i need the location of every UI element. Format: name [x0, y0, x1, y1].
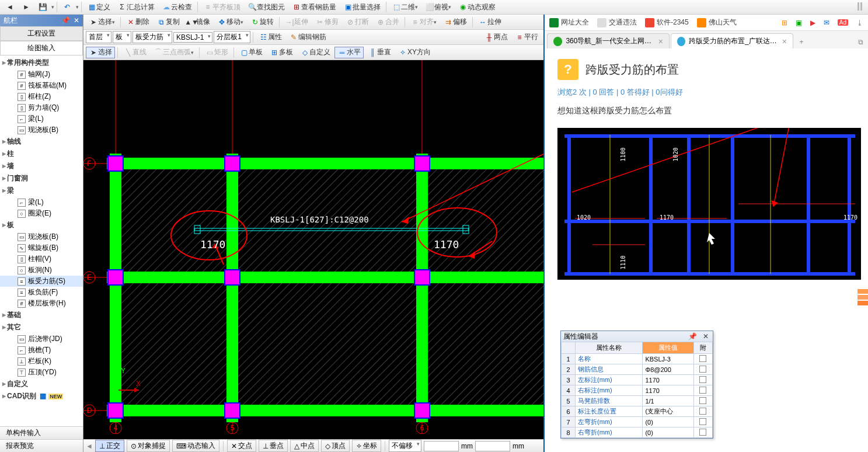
- prop-apply-cell[interactable]: [693, 396, 712, 406]
- tree-item[interactable]: ▯框柱(Z): [0, 91, 83, 102]
- prop-row[interactable]: 1名称KBSLJ-3: [562, 354, 713, 364]
- tree-item[interactable]: ▭后浇带(JD): [0, 333, 83, 345]
- flattop-button[interactable]: ≡平齐板顶: [200, 1, 243, 13]
- property-editor[interactable]: 属性编辑器 📌 ✕ 属性名称 属性值 附 1名称KBSLJ-32钢筋信息Φ8@2…: [560, 331, 713, 439]
- vtab-3[interactable]: 咨: [857, 301, 868, 305]
- snap-toggle[interactable]: ⊙对象捕捉: [127, 440, 170, 452]
- prop-titlebar[interactable]: 属性编辑器 📌 ✕: [561, 331, 713, 342]
- tab-close-icon[interactable]: ×: [658, 37, 663, 46]
- comp-dropdown[interactable]: 板: [113, 31, 131, 43]
- single-button[interactable]: ▢单板: [236, 47, 266, 58]
- tree-item[interactable]: #筏板基础(M): [0, 80, 83, 91]
- dropdown-arrow-icon[interactable]: ▾: [51, 4, 54, 10]
- proj-settings-section[interactable]: 工程设置: [0, 26, 83, 41]
- mirror-button[interactable]: ▲▼镜像: [184, 16, 213, 28]
- prop-value-cell[interactable]: 1170: [643, 385, 693, 396]
- coord-toggle[interactable]: ✧坐标: [352, 440, 381, 452]
- offset-mode-dropdown[interactable]: 不偏移: [389, 440, 421, 452]
- scroll-left-icon[interactable]: ◄: [86, 442, 93, 450]
- tree-item[interactable]: ⊥栏板(K): [0, 356, 83, 367]
- back-button[interactable]: ◄: [2, 1, 18, 13]
- vtab-1[interactable]: 喜: [857, 289, 868, 294]
- checkbox-icon[interactable]: [699, 355, 706, 362]
- prop-value-cell[interactable]: 1170: [643, 375, 693, 385]
- tree-item[interactable]: ▯剪力墙(Q): [0, 102, 83, 113]
- pin-icon[interactable]: 📌: [686, 332, 699, 340]
- sumcalc-button[interactable]: Σ汇总计算: [114, 1, 158, 13]
- checkbox-icon[interactable]: [699, 376, 706, 383]
- viewrebar-button[interactable]: ⊞查看钢筋量: [289, 1, 339, 13]
- vert-button[interactable]: ║垂直: [365, 47, 394, 58]
- intersect-toggle[interactable]: ✕交点: [227, 440, 256, 452]
- cloudcheck-button[interactable]: ☁云检查: [159, 1, 195, 13]
- tree-item[interactable]: ⊤压顶(YD): [0, 367, 83, 378]
- layerboard-dropdown[interactable]: 分层板1: [214, 31, 250, 43]
- tab-overflow-icon[interactable]: ⧉: [856, 36, 866, 48]
- tree-category[interactable]: ▸门窗洞: [0, 172, 83, 185]
- custom-button[interactable]: ◇自定义: [297, 47, 333, 58]
- prop-value-cell[interactable]: (0): [643, 417, 693, 427]
- bookmark-item[interactable]: 佛山天气: [697, 18, 737, 27]
- prop-value-cell[interactable]: (支座中心: [643, 406, 693, 417]
- browser-tab[interactable]: 跨版受力筋的布置_广联达服务新×: [671, 33, 793, 48]
- dropdown-arrow-icon[interactable]: ▾: [76, 4, 79, 10]
- delete-button[interactable]: ✕删除: [123, 16, 152, 28]
- save-button[interactable]: 💾: [35, 1, 50, 13]
- mid-toggle[interactable]: △中点: [290, 440, 319, 452]
- line-button[interactable]: ╲直线: [120, 47, 149, 58]
- prop-value-cell[interactable]: KBSLJ-3: [643, 354, 693, 364]
- stretch-button[interactable]: ↔拉伸: [475, 16, 504, 28]
- adblock-icon[interactable]: Ad: [838, 19, 848, 26]
- tree-item[interactable]: ⌐挑檐(T): [0, 345, 83, 356]
- download-icon[interactable]: ⭳: [856, 19, 863, 27]
- perspective-button[interactable]: ⬜俯视▾: [422, 1, 454, 13]
- align-button[interactable]: ≡对齐▾: [407, 16, 440, 28]
- checkbox-icon[interactable]: [699, 387, 706, 394]
- checkbox-icon[interactable]: [699, 397, 706, 404]
- editrebar-button[interactable]: ✎编辑钢筋: [286, 32, 329, 43]
- viewgraph-button[interactable]: 🔍查找图元: [245, 1, 288, 13]
- prop-apply-cell[interactable]: [693, 406, 712, 417]
- rebar-dropdown[interactable]: 板受力筋: [133, 31, 172, 43]
- dyninput-toggle[interactable]: ⌨动态输入: [172, 440, 219, 452]
- batchsel-button[interactable]: ▣批量选择: [340, 1, 384, 13]
- checkbox-icon[interactable]: [699, 429, 706, 436]
- trim-button[interactable]: ✂修剪: [312, 16, 341, 28]
- rect-button[interactable]: ▭矩形: [202, 47, 231, 58]
- tree-category[interactable]: ▸自定义: [0, 378, 83, 390]
- draw-input-section[interactable]: 绘图输入: [0, 41, 83, 55]
- break-button[interactable]: ⊘打断: [343, 16, 372, 28]
- cad-viewport[interactable]: F E D 4 5 6: [83, 60, 543, 439]
- prop-row[interactable]: 2钢筋信息Φ8@200: [562, 364, 713, 375]
- select-button[interactable]: ➤选择▾: [86, 16, 118, 28]
- tree-category[interactable]: ▸常用构件类型: [0, 57, 83, 69]
- foot-toggle[interactable]: ⊥垂点: [259, 440, 288, 452]
- horiz-button[interactable]: ═水平: [334, 47, 364, 58]
- prop-row[interactable]: 4右标注(mm)1170: [562, 385, 713, 396]
- merge-button[interactable]: ⊕合并: [373, 16, 402, 28]
- prop-apply-cell[interactable]: [693, 427, 712, 438]
- select-button2[interactable]: ➤选择: [86, 47, 115, 58]
- ext-icon[interactable]: ✉: [824, 19, 829, 27]
- prop-row[interactable]: 8右弯折(mm)(0): [562, 427, 713, 438]
- checkbox-icon[interactable]: [699, 366, 706, 373]
- pin-icon[interactable]: 📌: [61, 16, 70, 25]
- ortho-toggle[interactable]: ⊥正交: [95, 440, 124, 452]
- tree-item[interactable]: ∿螺旋板(B): [0, 242, 83, 253]
- prop-apply-cell[interactable]: [693, 354, 712, 364]
- tree-category[interactable]: ▸柱: [0, 148, 83, 160]
- arc-button[interactable]: ⌒三点画弧▾: [151, 47, 197, 58]
- twopoint-button[interactable]: ╫两点: [482, 32, 511, 43]
- ext-icon[interactable]: ▣: [796, 19, 802, 27]
- prop-row[interactable]: 6标注长度位置(支座中心: [562, 406, 713, 417]
- tree-item[interactable]: ▭现浇板(B): [0, 124, 83, 135]
- tree-item[interactable]: ▭现浇板(B): [0, 231, 83, 242]
- 2d-button[interactable]: ⬚二维▾: [389, 1, 421, 13]
- floor-dropdown[interactable]: 首层: [86, 31, 111, 43]
- tree-item[interactable]: #楼层板带(H): [0, 298, 83, 309]
- tree-category[interactable]: ▸墙: [0, 160, 83, 172]
- tree-category[interactable]: ▸轴线: [0, 135, 83, 148]
- multi-button[interactable]: ⊞多板: [267, 47, 296, 58]
- vtab-2[interactable]: 反: [857, 295, 868, 300]
- browser-tab[interactable]: 360导航_新一代安全上网导航×: [547, 33, 670, 48]
